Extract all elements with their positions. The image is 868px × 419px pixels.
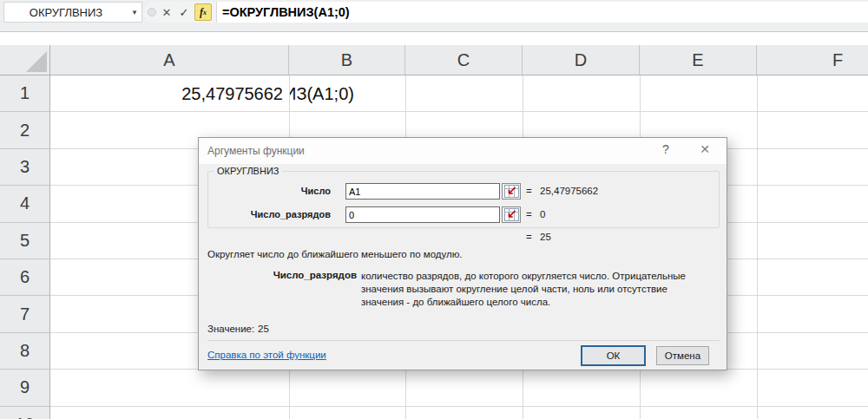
number-field-label: Число: [199, 186, 331, 196]
enter-entry-icon[interactable]: ✓: [177, 6, 191, 19]
cell-b1-overflow-text: ИЗ(A1;0): [290, 75, 354, 112]
number-field-input[interactable]: [345, 183, 500, 200]
equals-sign: =: [526, 186, 532, 196]
argument-name-label: Число_разрядов: [207, 270, 357, 280]
row-header-7[interactable]: 7: [0, 296, 50, 332]
dialog-separator: [207, 340, 720, 341]
insert-function-icon[interactable]: fx: [194, 3, 212, 21]
dialog-title: Аргументы функции: [207, 145, 305, 157]
gridline: [757, 75, 758, 419]
digits-field-label: Число_разрядов: [199, 209, 331, 219]
cancel-entry-icon[interactable]: ✕: [160, 6, 174, 19]
select-all-triangle-icon: [26, 51, 47, 72]
row-header-10[interactable]: 10: [0, 407, 50, 419]
formula-text: =ОКРУГЛВНИЗ(A1;0): [217, 5, 350, 19]
row-header-8[interactable]: 8: [0, 333, 50, 370]
name-box[interactable]: ОКРУГЛВНИЗ ▾: [3, 2, 142, 23]
collapse-dialog-icon[interactable]: [502, 183, 521, 200]
name-box-dropdown-icon[interactable]: ▾: [128, 8, 141, 16]
formula-bar: ОКРУГЛВНИЗ ▾ ✕ ✓ fx =ОКРУГЛВНИЗ(A1;0): [0, 0, 868, 32]
dialog-help-icon[interactable]: ?: [657, 142, 674, 160]
column-header-c[interactable]: C: [405, 45, 523, 75]
row-header-4[interactable]: 4: [0, 186, 50, 222]
range-selector-glyph: [504, 208, 519, 221]
equals-sign: =: [526, 232, 532, 242]
select-all-button[interactable]: [0, 45, 50, 75]
row-header-2[interactable]: 2: [0, 112, 50, 148]
argument-help-line: значения - до ближайшего целого числа.: [361, 296, 720, 309]
formula-input[interactable]: =ОКРУГЛВНИЗ(A1;0): [216, 2, 868, 23]
column-header-d[interactable]: D: [523, 45, 640, 75]
row-header-5[interactable]: 5: [0, 223, 50, 259]
formula-bar-buttons: ✕ ✓ fx: [143, 2, 216, 23]
fx-x: x: [203, 9, 207, 16]
cancel-button[interactable]: Отмена: [656, 346, 709, 365]
function-description: Округляет число до ближайшего меньшего п…: [207, 249, 463, 259]
dialog-titlebar[interactable]: Аргументы функции ? ✕: [199, 138, 727, 164]
formula-total-result: 25: [540, 232, 551, 242]
row-header-9[interactable]: 9: [0, 370, 50, 406]
digits-field-result: 0: [540, 209, 545, 219]
grip-dot-icon: [148, 8, 156, 16]
argument-help-line: значения вызывают округление целой части…: [361, 283, 720, 296]
dialog-close-icon[interactable]: ✕: [696, 142, 713, 160]
column-header-f[interactable]: F: [757, 45, 868, 75]
collapse-dialog-icon[interactable]: [502, 206, 521, 223]
argument-help-text: количество разрядов, до которого округля…: [361, 270, 720, 309]
function-name-label: ОКРУГЛВНИЗ: [214, 166, 282, 176]
equals-sign: =: [526, 209, 532, 219]
range-selector-glyph: [504, 185, 519, 198]
row-header-3[interactable]: 3: [0, 149, 50, 186]
value-result: 25: [258, 324, 269, 334]
value-label: Значение:: [207, 324, 254, 334]
digits-field-input[interactable]: [345, 206, 500, 223]
column-header-e[interactable]: E: [640, 45, 757, 75]
column-header-a[interactable]: A: [50, 45, 289, 75]
argument-help-line: количество разрядов, до которого округля…: [361, 270, 720, 283]
row-header-6[interactable]: 6: [0, 259, 50, 296]
row-header-1[interactable]: 1: [0, 75, 50, 112]
column-header-b[interactable]: B: [289, 45, 405, 75]
excel-window: ОКРУГЛВНИЗ ▾ ✕ ✓ fx =ОКРУГЛВНИЗ(A1;0) A …: [0, 0, 868, 419]
ok-button[interactable]: ОК: [581, 345, 646, 366]
function-arguments-dialog: Аргументы функции ? ✕ ОКРУГЛВНИЗ Число =…: [198, 137, 727, 370]
number-field-result: 25,47975662: [540, 186, 598, 196]
cell-a1[interactable]: 25,47975662: [50, 75, 283, 112]
name-box-value: ОКРУГЛВНИЗ: [4, 6, 128, 19]
cell-b1[interactable]: ИЗ(A1;0): [290, 75, 404, 112]
function-help-link[interactable]: Справка по этой функции: [207, 350, 326, 360]
